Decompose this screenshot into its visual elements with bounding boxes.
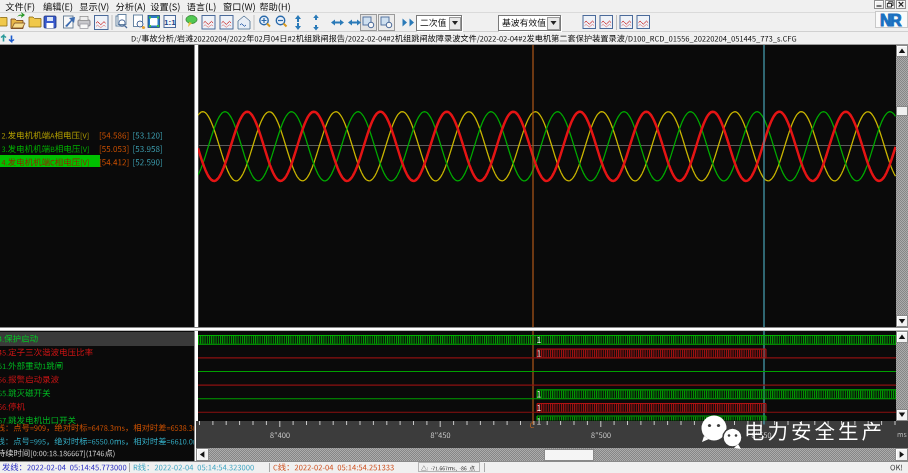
svg-text:NR: NR (880, 12, 902, 29)
svg-text:1:1: 1:1 (164, 18, 176, 27)
